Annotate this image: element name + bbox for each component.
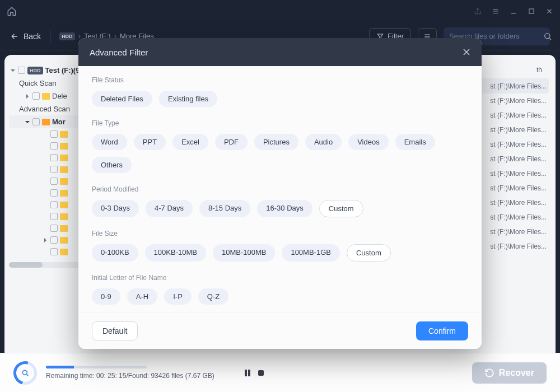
- modal-header: Advanced Filter: [78, 38, 482, 66]
- group-period-modified: Period Modified 0-3 Days4-7 Days8-15 Day…: [92, 185, 468, 217]
- menu-icon[interactable]: [492, 7, 500, 15]
- filter-chip[interactable]: Excel: [172, 134, 208, 150]
- chevron-down-icon[interactable]: [10, 68, 16, 73]
- filter-chip[interactable]: Word: [92, 134, 127, 150]
- checkbox[interactable]: [50, 213, 58, 220]
- checkbox[interactable]: [50, 236, 58, 244]
- share-icon[interactable]: [474, 7, 482, 15]
- modal-body: File Status Deleted FilesExisting files …: [78, 66, 482, 312]
- filter-chip[interactable]: Existing files: [159, 91, 217, 107]
- default-button[interactable]: Default: [92, 321, 138, 340]
- scrollbar-thumb[interactable]: [9, 262, 43, 268]
- group-file-type: File Type WordPPTExcelPDFPicturesAudioVi…: [92, 119, 468, 173]
- checkbox[interactable]: [50, 201, 58, 208]
- filter-chip[interactable]: Deleted Files: [92, 91, 152, 107]
- checkbox[interactable]: [50, 142, 58, 150]
- filter-chip[interactable]: 100MB-1GB: [282, 244, 340, 262]
- filter-chip[interactable]: PPT: [134, 134, 166, 150]
- group-file-size: File Size 0-100KB100KB-10MB10MB-100MB100…: [92, 230, 468, 262]
- filter-chip[interactable]: Others: [92, 157, 132, 173]
- row-path: st (F:)\More Files...: [490, 126, 547, 134]
- tree-subitem[interactable]: [9, 164, 86, 175]
- filter-chip[interactable]: Audio: [305, 134, 342, 150]
- checkbox[interactable]: [50, 130, 58, 138]
- checkbox[interactable]: [50, 225, 58, 232]
- stop-button[interactable]: [257, 369, 265, 377]
- chevron-right-icon[interactable]: [25, 94, 30, 99]
- filter-chip[interactable]: Q-Z: [198, 288, 228, 305]
- filter-chip[interactable]: I-P: [164, 288, 192, 305]
- sidebar-scrollbar[interactable]: [9, 262, 86, 268]
- tree-item-more[interactable]: Mor: [9, 115, 86, 128]
- tree-subitem[interactable]: [9, 234, 86, 246]
- checkbox[interactable]: [50, 154, 58, 161]
- filter-chip[interactable]: PDF: [215, 134, 248, 150]
- row-path: st (F:)\More Files...: [490, 184, 547, 192]
- svg-point-2: [22, 370, 27, 375]
- tree-subitem[interactable]: [9, 152, 86, 164]
- tree-subitem[interactable]: [9, 140, 86, 152]
- tree-subitem[interactable]: [9, 187, 86, 199]
- tree-item-deleted[interactable]: Dele: [9, 90, 86, 102]
- tree-subitem[interactable]: [9, 175, 86, 187]
- minimize-icon[interactable]: [510, 7, 517, 15]
- filter-chip[interactable]: Emails: [395, 134, 435, 150]
- caret-placeholder: [43, 202, 48, 208]
- tree-subitem[interactable]: [9, 222, 86, 234]
- pause-button[interactable]: [244, 369, 251, 377]
- tree-section-quick: Quick Scan: [9, 77, 86, 90]
- filter-chip[interactable]: 16-30 Days: [257, 200, 312, 217]
- caret-placeholder: [43, 190, 48, 196]
- folder-icon: [60, 166, 68, 173]
- checkbox[interactable]: [18, 67, 25, 74]
- maximize-icon[interactable]: [528, 7, 535, 15]
- nav-separator: [50, 30, 50, 43]
- chevron-right-icon: ›: [78, 32, 81, 40]
- checkbox[interactable]: [32, 92, 40, 100]
- tree-root[interactable]: HDD Test (F:)(93: [9, 64, 86, 77]
- group-initial-letter: Initial Letter of File Name 0-9A-HI-PQ-Z: [92, 274, 468, 305]
- chevron-down-icon[interactable]: [25, 119, 30, 125]
- caret-placeholder: [43, 214, 48, 220]
- search-icon[interactable]: [543, 32, 552, 41]
- row-path: st (F:)\More Files...: [490, 213, 547, 221]
- filter-chip[interactable]: Pictures: [254, 134, 298, 150]
- filter-label: File Size: [92, 230, 468, 237]
- folder-icon: [60, 225, 68, 232]
- recover-button[interactable]: Recover: [472, 362, 547, 384]
- caret-placeholder: [43, 143, 48, 149]
- checkbox[interactable]: [50, 178, 58, 185]
- filter-chip[interactable]: Videos: [348, 134, 389, 150]
- close-icon[interactable]: [463, 48, 470, 56]
- close-window-icon[interactable]: [545, 7, 553, 15]
- folder-icon: [60, 249, 68, 255]
- checkbox[interactable]: [32, 118, 40, 125]
- filter-chip[interactable]: 8-15 Days: [199, 200, 250, 217]
- status-text: Remaining time: 00: 25: 15/Found: 93426 …: [46, 372, 235, 380]
- row-path: st (F:)\More Files...: [490, 97, 547, 105]
- filter-chip[interactable]: 0-3 Days: [92, 200, 139, 217]
- filter-chip[interactable]: 10MB-100MB: [213, 244, 275, 262]
- filter-chip[interactable]: A-H: [127, 288, 157, 305]
- tree-subitem[interactable]: [9, 128, 86, 140]
- tree-subitem[interactable]: [9, 246, 86, 258]
- filter-chip-custom[interactable]: Custom: [347, 244, 391, 262]
- tree-subitem[interactable]: [9, 199, 86, 211]
- row-path: st (F:)\More Files...: [490, 228, 547, 236]
- svg-rect-3: [245, 370, 247, 376]
- back-button[interactable]: Back: [10, 32, 41, 41]
- confirm-button[interactable]: Confirm: [416, 321, 468, 340]
- filter-chip-custom[interactable]: Custom: [319, 200, 363, 217]
- tree-subitem[interactable]: [9, 211, 86, 222]
- scan-progress-circle: [13, 361, 37, 385]
- filter-chip[interactable]: 100KB-10MB: [145, 244, 206, 262]
- home-icon[interactable]: [7, 6, 17, 16]
- chevron-right-icon[interactable]: [43, 237, 48, 243]
- checkbox[interactable]: [50, 189, 58, 197]
- checkbox[interactable]: [50, 248, 58, 255]
- folder-icon: [60, 143, 68, 150]
- checkbox[interactable]: [50, 166, 58, 173]
- filter-chip[interactable]: 4-7 Days: [146, 200, 193, 217]
- filter-chip[interactable]: 0-9: [92, 288, 120, 305]
- filter-chip[interactable]: 0-100KB: [92, 244, 138, 262]
